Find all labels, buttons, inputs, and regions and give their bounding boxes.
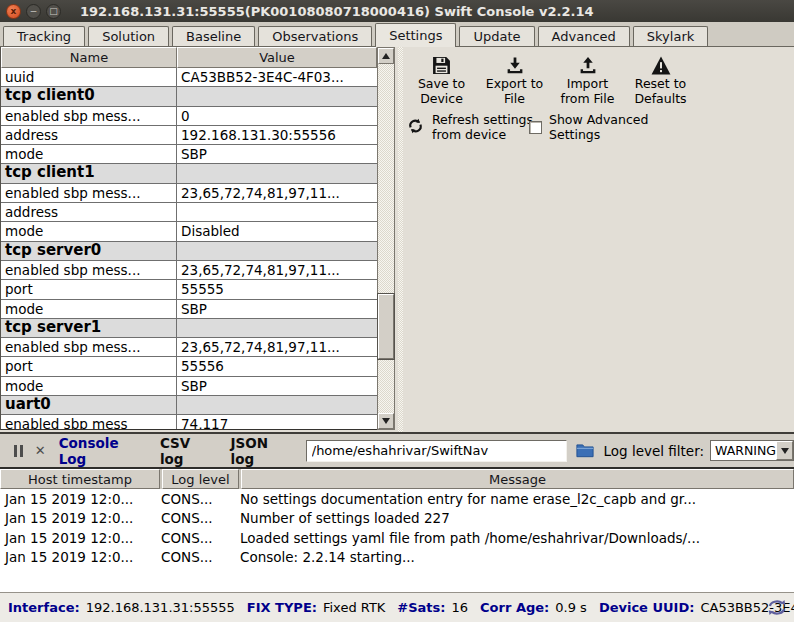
- table-row[interactable]: address: [1, 203, 377, 222]
- setting-name: address: [1, 203, 177, 221]
- setting-value: [177, 164, 377, 182]
- setting-value: [177, 396, 377, 414]
- log-row[interactable]: Jan 15 2019 12:0... CONS... No settings …: [0, 489, 794, 509]
- refresh-settings-button[interactable]: Refresh settings from device: [407, 113, 533, 143]
- show-advanced-checkbox[interactable]: [529, 121, 542, 134]
- json-log-toggle[interactable]: JSON log: [231, 435, 291, 467]
- column-header-name[interactable]: Name: [1, 47, 177, 68]
- log-message: Console: 2.2.14 starting...: [240, 549, 794, 565]
- setting-name: mode: [1, 145, 177, 163]
- settings-table-body: uuid CA53BB52-3E4C-4F03... tcp client0 e…: [1, 68, 377, 430]
- export-to-file-button[interactable]: Export to File: [478, 53, 551, 107]
- log-table-header: Host timestamp Log level Message: [0, 467, 794, 489]
- maximize-button[interactable]: □: [46, 4, 61, 19]
- log-message: Number of settings loaded 227: [240, 510, 794, 526]
- setting-value: Disabled: [177, 222, 377, 240]
- table-row[interactable]: enabled sbp mess... 23,65,72,74,81,97,11…: [1, 261, 377, 280]
- column-header-log-level[interactable]: Log level: [162, 469, 239, 489]
- log-row[interactable]: Jan 15 2019 12:0... CONS... Loaded setti…: [0, 528, 794, 548]
- log-level-filter-select[interactable]: WARNING: [710, 440, 794, 461]
- table-row[interactable]: tcp server0: [1, 242, 377, 261]
- tab-tracking[interactable]: Tracking: [3, 26, 85, 46]
- setting-name: address: [1, 126, 177, 144]
- scroll-up-button[interactable]: [378, 48, 394, 64]
- settings-table-header: Name Value: [1, 47, 377, 68]
- swift-console-window: x − □ 192.168.131.31:55555(PK00108080718…: [0, 0, 794, 622]
- setting-value: SBP: [177, 300, 377, 318]
- table-row[interactable]: port 55556: [1, 357, 377, 376]
- setting-name: mode: [1, 222, 177, 240]
- pause-log-icon[interactable]: [14, 445, 23, 457]
- table-row[interactable]: tcp client1: [1, 164, 377, 183]
- setting-value: [177, 87, 377, 105]
- settings-buttons-row: Save to Device Export to File: [405, 53, 697, 107]
- import-from-file-label: Import from File: [551, 77, 624, 107]
- fix-type-value: Fixed RTK: [323, 600, 385, 615]
- setting-name: enabled sbp mess: [1, 415, 177, 430]
- settings-actions-panel: Save to Device Export to File: [403, 47, 794, 432]
- scroll-down-button[interactable]: [378, 413, 394, 429]
- tab-skylark[interactable]: Skylark: [633, 26, 708, 46]
- setting-value: CA53BB52-3E4C-4F03...: [177, 68, 377, 86]
- sync-arrows-icon[interactable]: [765, 599, 789, 620]
- tab-solution[interactable]: Solution: [88, 26, 169, 46]
- log-directory-input[interactable]: [306, 440, 568, 462]
- setting-value: SBP: [177, 145, 377, 163]
- sats-label: #Sats:: [397, 600, 445, 615]
- table-row[interactable]: enabled sbp mess... 23,65,72,74,81,97,11…: [1, 338, 377, 357]
- tab-baseline[interactable]: Baseline: [172, 26, 255, 46]
- table-row[interactable]: mode Disabled: [1, 222, 377, 241]
- minimize-button[interactable]: −: [26, 4, 41, 19]
- log-row[interactable]: Jan 15 2019 12:0... CONS... Console: 2.2…: [0, 548, 794, 568]
- csv-log-toggle[interactable]: CSV log: [160, 435, 214, 467]
- log-row[interactable]: Jan 15 2019 12:0... CONS... Number of se…: [0, 509, 794, 529]
- tab-settings[interactable]: Settings: [375, 23, 456, 47]
- table-row[interactable]: mode SBP: [1, 300, 377, 319]
- reset-to-defaults-button[interactable]: Reset to Defaults: [624, 53, 697, 107]
- setting-name: port: [1, 357, 177, 375]
- setting-name: mode: [1, 377, 177, 395]
- table-row[interactable]: port 55555: [1, 280, 377, 299]
- table-row[interactable]: mode SBP: [1, 377, 377, 396]
- save-to-device-button[interactable]: Save to Device: [405, 53, 478, 107]
- setting-name: enabled sbp mess...: [1, 107, 177, 125]
- console-log-title: Console Log: [59, 435, 143, 467]
- clear-log-icon[interactable]: ✕: [35, 444, 46, 457]
- setting-name: port: [1, 280, 177, 298]
- reset-to-defaults-label: Reset to Defaults: [624, 77, 697, 107]
- sats-value: 16: [452, 600, 469, 615]
- show-advanced-settings-toggle[interactable]: Show Advanced Settings: [529, 113, 648, 143]
- import-upload-icon: [551, 53, 624, 75]
- import-from-file-button[interactable]: Import from File: [551, 53, 624, 107]
- table-row[interactable]: mode SBP: [1, 145, 377, 164]
- setting-value: 23,65,72,74,81,97,11...: [177, 338, 377, 356]
- settings-scrollbar[interactable]: [377, 47, 395, 430]
- setting-name: mode: [1, 300, 177, 318]
- table-row[interactable]: enabled sbp mess... 0: [1, 107, 377, 126]
- tab-advanced[interactable]: Advanced: [538, 26, 630, 46]
- column-header-value[interactable]: Value: [177, 47, 377, 68]
- tab-observations[interactable]: Observations: [258, 26, 372, 46]
- setting-value: 23,65,72,74,81,97,11...: [177, 184, 377, 202]
- refresh-settings-label: Refresh settings from device: [432, 113, 533, 143]
- setting-value: 0: [177, 107, 377, 125]
- column-header-host-timestamp[interactable]: Host timestamp: [0, 469, 160, 489]
- table-row[interactable]: enabled sbp mess 74,117: [1, 415, 377, 430]
- corr-age-label: Corr Age:: [480, 600, 549, 615]
- table-row[interactable]: tcp client0: [1, 87, 377, 106]
- log-timestamp: Jan 15 2019 12:0...: [0, 510, 161, 526]
- scrollbar-thumb[interactable]: [378, 294, 394, 359]
- combo-arrow-button[interactable]: [776, 441, 793, 460]
- browse-folder-button[interactable]: [576, 443, 594, 458]
- title-bar[interactable]: x − □ 192.168.131.31:55555(PK00108080718…: [0, 0, 794, 22]
- close-button[interactable]: x: [6, 4, 21, 19]
- tab-update[interactable]: Update: [459, 26, 534, 46]
- column-header-message[interactable]: Message: [241, 469, 794, 489]
- table-row[interactable]: enabled sbp mess... 23,65,72,74,81,97,11…: [1, 184, 377, 203]
- table-row[interactable]: uuid CA53BB52-3E4C-4F03...: [1, 68, 377, 87]
- table-row[interactable]: address 192.168.131.30:55556: [1, 126, 377, 145]
- corr-age-value: 0.9 s: [555, 600, 587, 615]
- table-row[interactable]: uart0: [1, 396, 377, 415]
- table-row[interactable]: tcp server1: [1, 319, 377, 338]
- setting-name: tcp server0: [1, 242, 177, 260]
